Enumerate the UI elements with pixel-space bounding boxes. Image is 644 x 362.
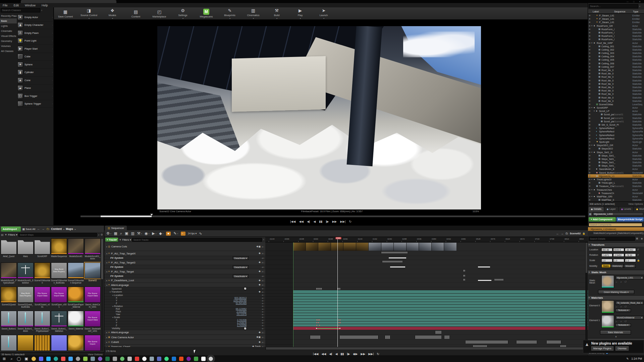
outliner-row[interactable]: ◉▦Ceiling_005StaticMe bbox=[588, 58, 644, 61]
track-value[interactable]: 2.743958 bbox=[237, 324, 247, 326]
place-actor-point-light[interactable]: 💡Point Light◦ bbox=[17, 37, 54, 45]
sequencer-tab[interactable]: ▥Sequencer bbox=[105, 226, 127, 230]
track-lane[interactable] bbox=[265, 313, 588, 316]
track-label-cell[interactable]: FX SystemDeactivate ▾‹◆› bbox=[104, 274, 265, 278]
key-nav-icons[interactable]: ‹◆› bbox=[261, 327, 265, 329]
tab-details[interactable]: Details bbox=[589, 207, 604, 212]
track-lane[interactable] bbox=[265, 256, 588, 260]
asset-tile-scene02quest-builtdata[interactable]: Map Build Data RegistryScene02Quest_Buil… bbox=[17, 287, 34, 308]
outliner-row[interactable]: ◉▦Roof_tile_0StaticMe bbox=[588, 96, 644, 99]
asset-tile-scrollgrp[interactable]: ScrollGRP bbox=[34, 238, 50, 260]
taskbar-app-icon[interactable] bbox=[105, 357, 110, 361]
track-label-cell[interactable]: ▸✦P_DeadMans_Loot✚‹◆› bbox=[104, 278, 265, 283]
eye-icon[interactable]: ◉ bbox=[589, 35, 591, 37]
blueprint-add-script-button[interactable]: Blueprint/Add Script bbox=[616, 217, 644, 222]
window-title-tab[interactable] bbox=[21, 0, 116, 3]
outliner-row[interactable]: ◉▦Scroll_paScene01StaticMe bbox=[588, 116, 644, 120]
static-mesh-dropdown[interactable]: Mjpowezia_L001▾ bbox=[615, 276, 644, 280]
track-label-cell[interactable]: X600.383913‹◆› bbox=[104, 297, 265, 299]
key-nav-icons[interactable]: ‹◆› bbox=[261, 324, 265, 326]
toolbar-button-source-control[interactable]: ◨Source Control ▾ bbox=[79, 7, 98, 19]
key-nav-icons[interactable]: ‹◆› bbox=[261, 257, 265, 259]
track-label-cell[interactable]: Y1192.285785‹◆› bbox=[104, 299, 265, 302]
sidebar-item-all-classes[interactable]: All Classes bbox=[0, 49, 17, 54]
chevron-down-icon[interactable]: ▾ bbox=[106, 284, 107, 286]
viewport-playback-range-bar[interactable] bbox=[80, 216, 585, 217]
eye-icon[interactable]: ◉ bbox=[589, 24, 591, 27]
key-nav-icons[interactable]: ‹◆› bbox=[261, 294, 265, 296]
key-nav-icons[interactable]: ‹◆› bbox=[261, 280, 265, 282]
asset-tile-mars[interactable]: Mars bbox=[17, 238, 34, 260]
tab-levels[interactable]: Levels bbox=[619, 207, 634, 212]
toolbar-button-launch[interactable]: ➤Launch ▾ bbox=[314, 7, 333, 19]
track-lane[interactable] bbox=[265, 302, 588, 305]
track-value[interactable]: 1192.285785 bbox=[233, 299, 247, 302]
outliner-col-label[interactable]: Label bbox=[593, 10, 599, 13]
eye-icon[interactable]: ◉ bbox=[589, 52, 591, 54]
chevron-down-icon[interactable]: ▾ bbox=[106, 252, 107, 255]
material-element0-dropdown[interactable]: T8_Icelandic_Rock_Ass▾ bbox=[615, 301, 644, 305]
track-value[interactable]: 2.743678 bbox=[237, 321, 247, 324]
timeline-playhead[interactable] bbox=[337, 238, 338, 347]
transport-button[interactable]: ↻ bbox=[349, 220, 352, 223]
eye-icon[interactable]: ◉ bbox=[589, 89, 591, 92]
viewport-playback-range-segment[interactable] bbox=[101, 216, 152, 217]
outliner-row[interactable]: ◉▦Steps_Set1_StaticMe bbox=[588, 157, 644, 161]
track-lane[interactable] bbox=[265, 251, 588, 256]
pen-icon[interactable]: ✎ bbox=[626, 357, 629, 360]
chevron-right-icon[interactable]: ▸ bbox=[106, 331, 107, 334]
location-x-field[interactable]: 550.86 bbox=[601, 248, 612, 251]
drag-handle-icon[interactable]: ◦ bbox=[52, 24, 53, 26]
lock-icon[interactable]: 🔒 bbox=[582, 232, 585, 235]
track-lane[interactable] bbox=[265, 242, 588, 251]
actions-wrench-icon[interactable]: ⚒▾ bbox=[137, 231, 142, 236]
asset-tile-scene01mountain[interactable]: Scene01Mountain bbox=[34, 262, 50, 284]
add-track-button[interactable]: + Track ▾ bbox=[105, 238, 118, 242]
eye-icon[interactable]: ◉ bbox=[589, 188, 591, 191]
eye-icon[interactable]: ◉ bbox=[589, 82, 591, 85]
eye-icon[interactable]: ◉ bbox=[589, 17, 591, 20]
transport-button[interactable]: |◀◀ bbox=[290, 220, 296, 223]
rotation-y-field[interactable]: -2.5452 bbox=[613, 253, 624, 257]
outliner-row[interactable]: ◉▼SpotLightSpotLigh bbox=[588, 140, 644, 143]
taskbar-app-icon[interactable] bbox=[209, 357, 213, 361]
taskbar-app-icon[interactable] bbox=[150, 357, 154, 361]
key-nav-icons[interactable]: ‹◆› bbox=[261, 316, 265, 318]
track-label-cell[interactable]: ▸▣Cine Camera Actor✚▣‹◆› bbox=[104, 335, 265, 340]
outliner-row[interactable]: ◉◐SphereReflectSphereRe bbox=[588, 137, 644, 140]
outliner-row[interactable]: ◉▦Roof_tile_0StaticMe bbox=[588, 92, 644, 96]
camera-icon[interactable]: ▣ bbox=[125, 231, 128, 236]
track-label-cell[interactable]: ▸✦AlienLanguage✚‹◆› bbox=[104, 330, 265, 335]
toolbar-button-cinematics[interactable]: ▥Cinematics ▾ bbox=[244, 7, 263, 19]
outliner-row[interactable]: ◉▦Scroll_pieScene01StaticMe bbox=[588, 120, 644, 123]
content-browser-scrollbar[interactable] bbox=[101, 239, 103, 351]
eye-icon[interactable]: ◉ bbox=[589, 192, 591, 194]
track-lane[interactable] bbox=[265, 287, 588, 290]
key-nav-icons[interactable]: ‹◆› bbox=[261, 284, 265, 286]
outliner-row[interactable]: ◉▦Treasure_CheScene01StaticMe bbox=[588, 184, 644, 188]
asset-tile-sword-button1-skeleton[interactable]: Sword_Button1_Skeleton bbox=[51, 311, 67, 333]
taskbar-app-icon[interactable] bbox=[127, 357, 132, 361]
eye-icon[interactable]: ◉ bbox=[589, 72, 591, 75]
outliner-row[interactable]: ◉▦RockForm_/StaticMe bbox=[588, 38, 644, 41]
add-keyframe-button[interactable]: ✚ bbox=[259, 284, 261, 286]
track-lane[interactable] bbox=[265, 297, 588, 299]
mobility-stationary[interactable]: Stationary bbox=[611, 264, 624, 268]
asset-tile[interactable] bbox=[51, 335, 67, 351]
outliner-row[interactable]: ◉▦Scroll_paScene01StaticMe bbox=[588, 113, 644, 116]
key-nav-icons[interactable]: ‹◆› bbox=[261, 252, 265, 254]
track-label-cell[interactable]: ▾Rotation‹◆› bbox=[104, 305, 265, 308]
eye-icon[interactable]: ◉ bbox=[589, 140, 591, 143]
outliner-row[interactable]: ◉▦Roof_tile_0StaticMe bbox=[588, 85, 644, 89]
outliner-row[interactable]: ◉▦Roof_tile_0StaticMe bbox=[588, 79, 644, 82]
track-label-cell[interactable]: ▸✦Treasure_Chest✚ Track‹◆› bbox=[104, 345, 265, 347]
key-nav-icons[interactable]: ‹◆› bbox=[261, 341, 265, 343]
toolbar-button-build[interactable]: ⚒Build ▾ bbox=[267, 7, 286, 19]
key-nav-icons[interactable]: ‹◆› bbox=[261, 331, 265, 334]
track-label-cell[interactable]: ▾✦P_AU_Trap_TargetX✚‹◆› bbox=[104, 251, 265, 256]
menu-item-window[interactable]: Window bbox=[25, 4, 36, 7]
place-actor-cube[interactable]: ⬛Cube◦ bbox=[17, 53, 54, 61]
toolbar-button-modes[interactable]: ❖Modes ▾ bbox=[103, 7, 122, 19]
eye-icon[interactable]: ◉ bbox=[589, 181, 591, 184]
track-value[interactable]: -2.031882 bbox=[236, 310, 247, 313]
